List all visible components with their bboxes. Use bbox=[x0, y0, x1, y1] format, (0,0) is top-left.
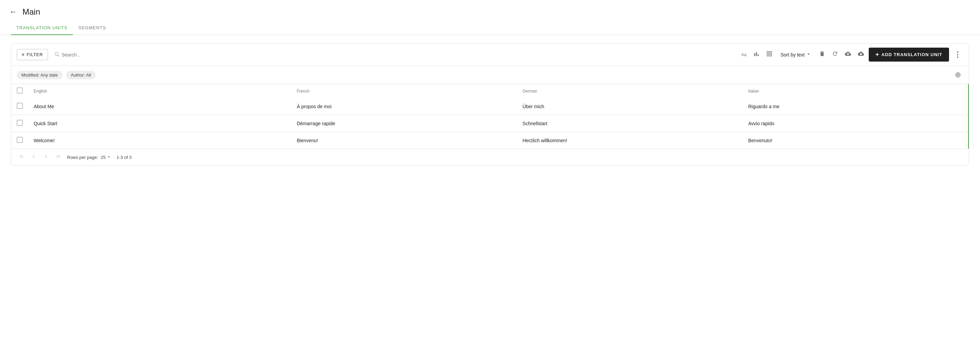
translation-table: English French German Italian About Me À… bbox=[11, 84, 969, 149]
refresh-icon bbox=[832, 51, 838, 59]
row-checkbox-cell-3 bbox=[11, 132, 28, 149]
table-header-row: English French German Italian bbox=[11, 84, 969, 98]
filter-button[interactable]: ≡ FILTER bbox=[17, 49, 48, 60]
col-header-italian: Italian bbox=[743, 84, 969, 98]
add-label: ADD TRANSLATION UNIT bbox=[881, 52, 942, 57]
refresh-button[interactable] bbox=[830, 49, 840, 61]
upload-button[interactable] bbox=[843, 49, 853, 61]
next-page-button[interactable] bbox=[41, 153, 51, 162]
add-filter-icon: ⊕ bbox=[955, 70, 961, 79]
filter-chip-author[interactable]: Author: All bbox=[66, 71, 95, 79]
svg-point-0 bbox=[55, 52, 58, 55]
download-icon bbox=[858, 51, 864, 59]
filter-chip-modified[interactable]: Modified: Any date bbox=[17, 71, 63, 79]
first-page-button[interactable] bbox=[17, 153, 26, 162]
rows-per-page-value: 25 bbox=[101, 155, 105, 160]
table-row: About Me À propos de moi Über mich Rigua… bbox=[11, 98, 969, 115]
rows-per-page-select[interactable]: 25 bbox=[101, 154, 111, 160]
col-header-english: English bbox=[28, 84, 291, 98]
search-wrap bbox=[51, 49, 737, 60]
select-all-cell bbox=[11, 84, 28, 98]
col-header-german: German bbox=[517, 84, 743, 98]
row-italian-1: Riguardo a me bbox=[743, 98, 969, 115]
row-german-3: Herzlich willkommen! bbox=[517, 132, 743, 149]
next-page-icon bbox=[43, 154, 49, 161]
upload-icon bbox=[845, 51, 851, 59]
sort-dropdown-icon bbox=[806, 52, 811, 57]
filter-icon: ≡ bbox=[22, 52, 24, 57]
add-icon: + bbox=[875, 51, 880, 58]
table-row: Quick Start Démarrage rapide Schnellstar… bbox=[11, 115, 969, 132]
row-italian-3: Benvenuto! bbox=[743, 132, 969, 149]
first-page-icon bbox=[19, 154, 24, 161]
sort-label: Sort by text bbox=[781, 52, 805, 57]
row-german-2: Schnellstart bbox=[517, 115, 743, 132]
prev-page-button[interactable] bbox=[29, 153, 38, 162]
page-title: Main bbox=[22, 7, 40, 17]
content: ≡ FILTER Aa bbox=[0, 35, 980, 174]
col-header-french: French bbox=[291, 84, 517, 98]
bar-chart-icon bbox=[753, 51, 759, 59]
back-button[interactable]: ← bbox=[8, 6, 18, 18]
row-checkbox-2[interactable] bbox=[17, 120, 23, 126]
more-icon: ⋮ bbox=[954, 50, 961, 59]
svg-rect-8 bbox=[770, 54, 772, 56]
row-english-1: About Me bbox=[28, 98, 291, 115]
main-card: ≡ FILTER Aa bbox=[11, 43, 969, 166]
delete-icon bbox=[819, 51, 825, 59]
rows-per-page-dropdown-icon bbox=[107, 154, 111, 160]
row-italian-2: Avvio rapido bbox=[743, 115, 969, 132]
row-checkbox-cell-1 bbox=[11, 98, 28, 115]
page: ← Main TRANSLATION UNITS SEGMENTS ≡ FILT… bbox=[0, 0, 980, 363]
text-size-button[interactable]: Aa bbox=[739, 50, 749, 59]
row-checkbox-cell-2 bbox=[11, 115, 28, 132]
text-size-icon: Aa bbox=[741, 52, 746, 57]
rows-per-page-label: Rows per page: bbox=[67, 155, 98, 160]
toolbar: ≡ FILTER Aa bbox=[11, 43, 969, 66]
search-input[interactable] bbox=[62, 52, 733, 57]
row-french-2: Démarrage rapide bbox=[291, 115, 517, 132]
page-info: 1-3 of 3 bbox=[117, 155, 132, 160]
svg-rect-5 bbox=[767, 51, 769, 53]
add-filter-button[interactable]: ⊕ bbox=[953, 69, 963, 80]
tab-segments[interactable]: SEGMENTS bbox=[73, 21, 111, 35]
row-french-1: À propos de moi bbox=[291, 98, 517, 115]
sort-button[interactable]: Sort by text bbox=[777, 50, 814, 59]
svg-rect-7 bbox=[767, 54, 769, 56]
prev-page-icon bbox=[31, 154, 37, 161]
last-page-button[interactable] bbox=[53, 153, 63, 162]
svg-rect-2 bbox=[754, 53, 755, 56]
download-button[interactable] bbox=[856, 49, 866, 61]
row-checkbox-1[interactable] bbox=[17, 103, 23, 109]
row-german-1: Über mich bbox=[517, 98, 743, 115]
delete-button[interactable] bbox=[817, 49, 827, 61]
search-icon bbox=[54, 51, 60, 58]
svg-line-1 bbox=[58, 55, 59, 56]
last-page-icon bbox=[56, 154, 61, 161]
more-menu-button[interactable]: ⋮ bbox=[952, 48, 963, 61]
select-all-checkbox[interactable] bbox=[17, 88, 23, 94]
row-french-3: Bienvenu! bbox=[291, 132, 517, 149]
svg-rect-6 bbox=[770, 51, 772, 53]
filter-label: FILTER bbox=[27, 52, 43, 57]
svg-rect-4 bbox=[758, 54, 759, 56]
bar-chart-button[interactable] bbox=[751, 49, 762, 61]
tabs: TRANSLATION UNITS SEGMENTS bbox=[0, 21, 980, 35]
svg-rect-3 bbox=[756, 52, 757, 56]
table-row: Welcome! Bienvenu! Herzlich willkommen! … bbox=[11, 132, 969, 149]
header: ← Main bbox=[0, 0, 980, 21]
add-translation-unit-button[interactable]: + ADD TRANSLATION UNIT bbox=[869, 48, 949, 62]
grid-button[interactable] bbox=[764, 49, 775, 61]
tab-translation-units[interactable]: TRANSLATION UNITS bbox=[11, 21, 73, 35]
row-checkbox-3[interactable] bbox=[17, 137, 23, 143]
filters-row: Modified: Any date Author: All ⊕ bbox=[11, 66, 969, 84]
grid-icon bbox=[766, 51, 772, 59]
row-english-3: Welcome! bbox=[28, 132, 291, 149]
pagination: Rows per page: 25 1-3 of 3 bbox=[11, 149, 969, 166]
row-english-2: Quick Start bbox=[28, 115, 291, 132]
